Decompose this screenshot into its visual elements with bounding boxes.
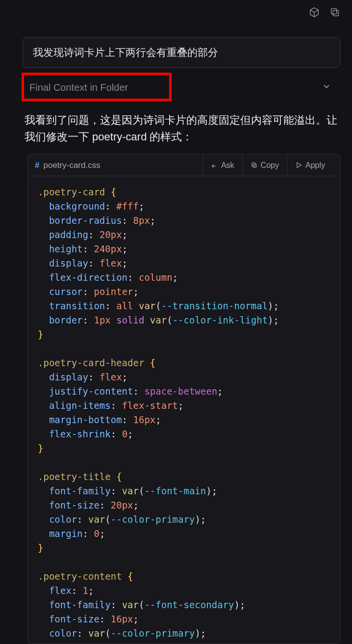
code-block-header: # poetry-card.css Ask Copy Apply: [28, 155, 340, 176]
context-toggle-label: Final Context in Folder: [29, 82, 128, 93]
svg-rect-0: [333, 10, 338, 16]
code-actions: Ask Copy Apply: [202, 155, 333, 176]
svg-rect-1: [331, 9, 337, 14]
code-filename-text: poetry-card.css: [43, 161, 100, 170]
copy-button-label: Copy: [261, 161, 279, 170]
user-message: 我发现诗词卡片上下两行会有重叠的部分: [23, 37, 340, 68]
copy-icon[interactable]: [329, 7, 340, 20]
copy-button[interactable]: Copy: [242, 155, 287, 176]
apply-button-label: Apply: [305, 161, 325, 170]
apply-button[interactable]: Apply: [287, 155, 333, 176]
cube-icon[interactable]: [309, 7, 320, 20]
code-filename: # poetry-card.css: [35, 161, 101, 170]
svg-marker-4: [297, 163, 302, 168]
svg-rect-2: [253, 164, 256, 167]
chevron-down-icon: [322, 81, 331, 93]
assistant-message: 我看到了问题，这是因为诗词卡片的高度固定但内容可能溢出。让我们修改一下 poet…: [25, 112, 340, 145]
ask-button-label: Ask: [221, 161, 234, 170]
user-message-text: 我发现诗词卡片上下两行会有重叠的部分: [33, 47, 218, 58]
ask-button[interactable]: Ask: [202, 155, 242, 176]
hash-icon: #: [35, 161, 39, 170]
svg-rect-3: [251, 163, 255, 166]
context-toggle[interactable]: Final Context in Folder: [23, 75, 340, 100]
code-block: # poetry-card.css Ask Copy Apply .poetry…: [27, 154, 340, 644]
code-body[interactable]: .poetry-card { background: #fff; border-…: [28, 176, 340, 644]
assistant-message-text: 我看到了问题，这是因为诗词卡片的高度固定但内容可能溢出。让我们修改一下 poet…: [25, 114, 337, 143]
